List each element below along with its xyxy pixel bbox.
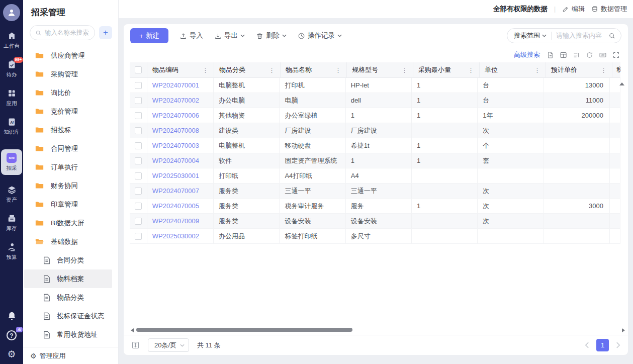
item-code-link[interactable]: WP2024070004 <box>152 157 199 164</box>
rail-item-todo[interactable]: 99+ 待办 <box>7 60 17 78</box>
table-row[interactable]: WP2024070001 电脑整机 打印机 HP-let 1 台 13000 <box>130 78 620 93</box>
hscroll-thumb[interactable] <box>136 328 352 332</box>
row-checkbox[interactable] <box>135 188 142 195</box>
item-code-link[interactable]: WP2024070005 <box>152 202 199 210</box>
column-menu-icon[interactable]: ⋮ <box>531 66 540 74</box>
item-code-link[interactable]: WP2025030001 <box>152 172 199 179</box>
item-code-link[interactable]: WP2024070008 <box>152 127 199 134</box>
next-page-button[interactable] <box>616 342 620 348</box>
table-row[interactable]: WP2025030001 打印纸 A4打印纸 A4 <box>130 168 620 184</box>
row-checkbox[interactable] <box>135 203 142 210</box>
item-code-link[interactable]: WP2025030002 <box>152 232 199 240</box>
row-checkbox[interactable] <box>135 97 142 104</box>
help-button[interactable]: ? AI <box>6 329 18 341</box>
row-checkbox[interactable] <box>135 112 142 119</box>
add-category-button[interactable]: + <box>99 26 112 39</box>
select-all-checkbox[interactable] <box>135 66 142 73</box>
keyboard-icon[interactable] <box>599 51 607 59</box>
menu-item-contract-mgmt[interactable]: 合同管理 <box>23 139 118 158</box>
row-checkbox[interactable] <box>135 142 142 149</box>
menu-item-purchase-mgmt[interactable]: 采购管理 <box>23 65 118 83</box>
vscroll-up-arrow[interactable] <box>619 82 624 85</box>
operation-log-button[interactable]: 操作记录 <box>298 31 342 40</box>
file-export-icon[interactable] <box>547 51 554 59</box>
item-code-link[interactable]: WP2024070002 <box>152 97 199 104</box>
menu-item-base-data[interactable]: 基础数据 <box>23 232 118 251</box>
layout-icon[interactable] <box>560 51 567 59</box>
settings-button[interactable]: ⚙ <box>7 349 16 359</box>
notifications-button[interactable] <box>7 311 17 321</box>
table-search-bar[interactable]: 搜索范围 请输入搜索内容 <box>507 28 621 43</box>
column-menu-icon[interactable]: ⋮ <box>199 66 209 74</box>
menu-item-seal-mgmt[interactable]: 印章管理 <box>23 195 118 214</box>
rail-item-inventory[interactable]: 库存 <box>7 214 17 232</box>
item-code-link[interactable]: WP2024070007 <box>152 187 199 195</box>
page-size-select[interactable]: 20条/页 <box>148 338 189 352</box>
rail-item-srm-active[interactable]: SRM 招采 <box>1 149 22 175</box>
delete-button[interactable]: 删除 <box>256 31 287 40</box>
rail-item-assets[interactable]: 资产 <box>7 185 17 204</box>
prev-page-button[interactable] <box>585 342 589 348</box>
data-manage-button[interactable]: 数据管理 <box>591 5 627 14</box>
menu-item-item-category[interactable]: 物品分类 <box>23 288 118 307</box>
rail-item-knowledge[interactable]: AI 知识库 <box>4 117 20 136</box>
advanced-search-link[interactable]: 高级搜索 <box>514 50 540 59</box>
fullscreen-icon[interactable] <box>612 51 620 59</box>
column-menu-icon[interactable]: ⋮ <box>332 66 341 74</box>
list-columns-icon[interactable] <box>573 51 580 59</box>
rail-item-budget[interactable]: 预算 <box>7 242 17 261</box>
table-row[interactable]: WP2024070007 服务类 三通一平 三通一平 次 <box>130 184 620 199</box>
item-code-link[interactable]: WP2024070009 <box>152 217 199 225</box>
table-row[interactable]: WP2024070004 软件 固定资产管理系统 1 1 套 <box>130 153 620 168</box>
menu-item-bid-deposit-status[interactable]: 投标保证金状态 <box>23 307 118 325</box>
table-row[interactable]: WP2024070006 其他物资 办公室绿植 1 1 1年 200000 <box>130 108 620 123</box>
import-button[interactable]: 导入 <box>179 31 203 40</box>
rail-item-apps[interactable]: 应用 <box>7 88 17 107</box>
menu-item-finance[interactable]: 财务协同 <box>23 176 118 195</box>
manage-apps-button[interactable]: ⚙ 管理应用 <box>23 347 118 364</box>
page-number-button[interactable]: 1 <box>596 339 609 351</box>
table-row[interactable]: WP2024070009 服务类 设备安装 设备安装 次 <box>130 214 620 229</box>
table-row[interactable]: WP2024070003 电脑整机 移动硬盘 希捷1t 1 个 <box>130 138 620 153</box>
export-button[interactable]: 导出 <box>214 31 245 40</box>
user-avatar[interactable] <box>3 4 20 21</box>
refresh-icon[interactable] <box>586 51 593 59</box>
menu-item-tender[interactable]: 招投标 <box>23 121 118 139</box>
row-checkbox[interactable] <box>135 82 142 89</box>
search-icon[interactable] <box>608 32 616 40</box>
menu-item-material-archive[interactable]: 物料档案 <box>24 269 112 288</box>
sidebar-search-input[interactable]: 输入名称来搜索 <box>30 25 95 40</box>
column-menu-icon[interactable]: ⋮ <box>265 66 275 74</box>
menu-item-inquiry[interactable]: 询比价 <box>23 83 118 102</box>
item-code-link[interactable]: WP2024070003 <box>152 142 199 149</box>
row-checkbox[interactable] <box>135 157 142 164</box>
row-height-icon[interactable] <box>131 341 140 349</box>
table-row[interactable]: WP2025030002 办公用品 标签打印纸 多尺寸 <box>130 229 620 244</box>
edit-button[interactable]: 编辑 <box>562 5 585 14</box>
row-checkbox[interactable] <box>135 233 142 240</box>
column-menu-icon[interactable]: ⋮ <box>398 66 408 74</box>
horizontal-scrollbar[interactable] <box>130 328 618 332</box>
hscroll-left-arrow[interactable] <box>131 328 134 332</box>
table-row[interactable]: WP2024070005 服务类 税务审计服务 服务 1 次 3000 <box>130 199 620 214</box>
menu-item-supplier-mgmt[interactable]: 供应商管理 <box>23 46 118 65</box>
row-checkbox[interactable] <box>135 172 142 179</box>
row-checkbox[interactable] <box>135 127 142 134</box>
hscroll-right-arrow[interactable] <box>622 328 625 332</box>
search-input[interactable]: 请输入搜索内容 <box>556 31 608 40</box>
menu-item-order-exec[interactable]: 订单执行 <box>23 158 118 176</box>
row-checkbox[interactable] <box>135 218 142 225</box>
menu-item-bidding-mgmt[interactable]: 竞价管理 <box>23 102 118 121</box>
column-menu-icon[interactable]: ⋮ <box>597 66 607 74</box>
search-scope-dropdown[interactable]: 搜索范围 <box>514 31 547 40</box>
menu-item-contract-category[interactable]: 合同分类 <box>23 251 118 269</box>
item-code-link[interactable]: WP2024070006 <box>152 112 199 119</box>
menu-item-delivery-address[interactable]: 常用收货地址 <box>23 325 118 344</box>
new-button[interactable]: + 新建 <box>130 28 168 43</box>
column-menu-icon[interactable]: ⋮ <box>465 66 474 74</box>
table-row[interactable]: WP2024070008 建设类 厂房建设 厂房建设 次 <box>130 123 620 138</box>
rail-item-workbench[interactable]: 工作台 <box>4 31 20 50</box>
item-code-link[interactable]: WP2024070001 <box>152 81 199 89</box>
menu-item-bi-dashboard[interactable]: BI数据大屏 <box>23 214 118 232</box>
table-row[interactable]: WP2024070002 办公电脑 电脑 dell 1 台 11000 <box>130 93 620 108</box>
